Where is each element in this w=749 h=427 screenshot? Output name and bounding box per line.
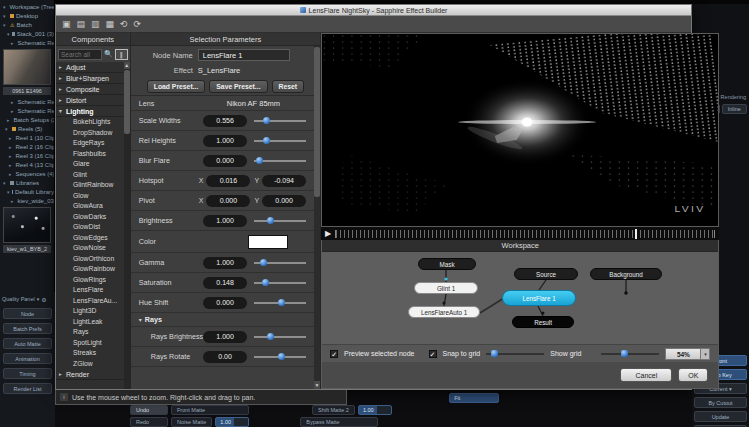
tree-item[interactable]: ▾Libraries [0, 178, 54, 187]
param-value-field[interactable]: 1.000 [203, 215, 247, 227]
node-lensflareauto[interactable]: LensFlareAuto 1 [408, 306, 480, 318]
chevron-down-icon[interactable]: ▾ [701, 348, 710, 360]
param-x-field[interactable]: 0.000 [206, 195, 250, 207]
param-value-field[interactable]: 0.00 [203, 351, 247, 363]
undo-button[interactable]: Undo [130, 405, 168, 415]
save-icon[interactable]: ▥ [91, 20, 100, 29]
node-background[interactable]: Background [590, 268, 662, 280]
param-y-field[interactable]: 0.000 [262, 195, 306, 207]
tree-item[interactable]: ▸Reel 4 (13 Clip) [0, 160, 54, 169]
component-item[interactable]: LensFlareAu... [56, 296, 130, 307]
scrollbar-thumb[interactable] [314, 47, 320, 197]
category-blur-sharpen[interactable]: ▸Blur+Sharpen [56, 73, 130, 84]
gear-icon[interactable]: ⚙ [41, 296, 46, 303]
node-mask[interactable]: Mask [418, 258, 476, 270]
tree-item[interactable]: ▸kiev_wide_036_1 [0, 196, 54, 205]
batch-prefs-button[interactable]: Batch Prefs [3, 323, 52, 334]
shift-matte-2-button[interactable]: Shift Matte 2 [312, 405, 355, 415]
component-item[interactable]: GlowRainbow [56, 264, 130, 275]
category-distort[interactable]: ▸Distort [56, 95, 130, 106]
tree-item[interactable]: ▸Schematic Reel 1 [0, 38, 54, 47]
component-item[interactable]: GlowDarks [56, 212, 130, 223]
bypass-matte-button[interactable]: Bypass Matte [300, 417, 378, 427]
new-icon[interactable]: ▣ [62, 20, 71, 29]
update-button[interactable]: Update [694, 411, 747, 422]
node-result[interactable]: Result [512, 316, 574, 328]
inline-button[interactable]: Inline [722, 104, 748, 114]
scrollbar-thumb[interactable] [124, 70, 130, 134]
load-preset-button[interactable]: Load Preset... [147, 80, 206, 93]
param-value-field[interactable]: 1.000 [203, 135, 247, 147]
timeline-scrubber[interactable] [335, 230, 715, 238]
component-item[interactable]: GlowEdges [56, 233, 130, 244]
clip-thumbnail-portrait[interactable] [3, 49, 51, 85]
param-slider[interactable] [254, 137, 306, 145]
lens-dropdown[interactable]: Nikon AF 85mm [227, 99, 280, 108]
component-item[interactable]: Streaks [56, 348, 130, 359]
tree-item[interactable]: ▾Workspace (Tree) [0, 2, 54, 11]
component-item[interactable]: BokehLights [56, 117, 130, 128]
tree-item[interactable]: ▾Stack_001 (3) [0, 29, 54, 38]
param-value-field[interactable]: 0.000 [203, 155, 247, 167]
reset-button[interactable]: Reset [272, 80, 305, 93]
by-cutout-button[interactable]: By Cutout [694, 397, 747, 408]
param-value-field[interactable]: 0.148 [203, 277, 247, 289]
dialog-titlebar[interactable]: LensFlare NightSky - Sapphire Effect Bui… [56, 5, 691, 16]
category-composite[interactable]: ▸Composite [56, 84, 130, 95]
scroll-down-icon[interactable]: ▼ [314, 381, 320, 389]
search-input[interactable] [58, 49, 102, 60]
category-adjust[interactable]: ▸Adjust [56, 62, 130, 73]
component-item[interactable]: Flashbulbs [56, 149, 130, 160]
tree-item[interactable]: ▸Schematic Reel 2 [0, 97, 54, 106]
param-slider[interactable] [254, 217, 306, 225]
node-graph-canvas[interactable]: Mask Glint 1 LensFlareAuto 1 Source Back… [322, 252, 718, 344]
tree-item[interactable]: ▾Reels (5) [0, 124, 54, 133]
grid-size-slider[interactable] [486, 350, 544, 358]
noise-matte-button[interactable]: Noise Matte [171, 417, 212, 427]
tree-item[interactable]: ▸Schematic Reel 3 [0, 106, 54, 115]
category-render[interactable]: ▸Render [56, 369, 130, 380]
tree-item[interactable]: ▸Sequences (4) [0, 169, 54, 178]
component-item[interactable]: Glint [56, 170, 130, 181]
param-slider[interactable] [254, 353, 306, 361]
save-as-icon[interactable]: ▦ [106, 20, 115, 29]
auto-matte-button[interactable]: Auto Matte [3, 338, 52, 349]
component-item[interactable]: LensFlare [56, 285, 130, 296]
preview-viewport[interactable]: LVIV [321, 33, 719, 227]
param-value-field[interactable]: 1.000 [203, 257, 247, 269]
render-list-button[interactable]: Render List [3, 383, 52, 394]
component-item[interactable]: GlintRainbow [56, 180, 130, 191]
value-field[interactable]: 1.00 [358, 405, 392, 415]
open-icon[interactable]: ▤ [77, 20, 86, 29]
clip-thumbnail-night[interactable] [3, 207, 51, 243]
tree-item[interactable]: ▸Reel 1 (10 Clip) [0, 133, 54, 142]
snap-to-grid-checkbox[interactable]: ✓ [429, 350, 437, 358]
tree-item[interactable]: ▾⚠Batch [0, 20, 54, 29]
component-item[interactable]: Glow [56, 191, 130, 202]
tree-item[interactable]: ▸Reel 3 (16 Clip) [0, 151, 54, 160]
scroll-up-icon[interactable]: ▲ [124, 62, 130, 69]
param-x-field[interactable]: 0.016 [206, 175, 250, 187]
param-slider[interactable] [254, 299, 306, 307]
play-icon[interactable]: ▶ [325, 230, 331, 238]
component-item[interactable]: Rays [56, 327, 130, 338]
node-source[interactable]: Source [514, 268, 578, 280]
color-swatch[interactable] [248, 235, 288, 249]
param-slider[interactable] [254, 157, 306, 165]
tree-item[interactable]: ▸Reel 2 (16 Clip) [0, 142, 54, 151]
fit-button[interactable]: Fit [449, 393, 499, 403]
component-item[interactable]: GlowNoise [56, 243, 130, 254]
node-glint[interactable]: Glint 1 [414, 282, 478, 294]
category-lighting[interactable]: ▾Lighting [56, 106, 130, 117]
tree-item[interactable]: ▾Default Library [0, 187, 54, 196]
component-item[interactable]: ZGlow [56, 359, 130, 370]
param-slider[interactable] [254, 333, 306, 341]
component-item[interactable]: EdgeRays [56, 138, 130, 149]
panel-selector[interactable]: Quality Panel [2, 296, 35, 302]
node-button[interactable]: Node [3, 308, 52, 319]
zoom-slider[interactable] [601, 350, 659, 358]
tree-item[interactable]: ▾Desktop [0, 11, 54, 20]
component-item[interactable]: GlowRings [56, 275, 130, 286]
param-value-field[interactable]: 0.000 [203, 297, 247, 309]
component-item[interactable]: Glare [56, 159, 130, 170]
